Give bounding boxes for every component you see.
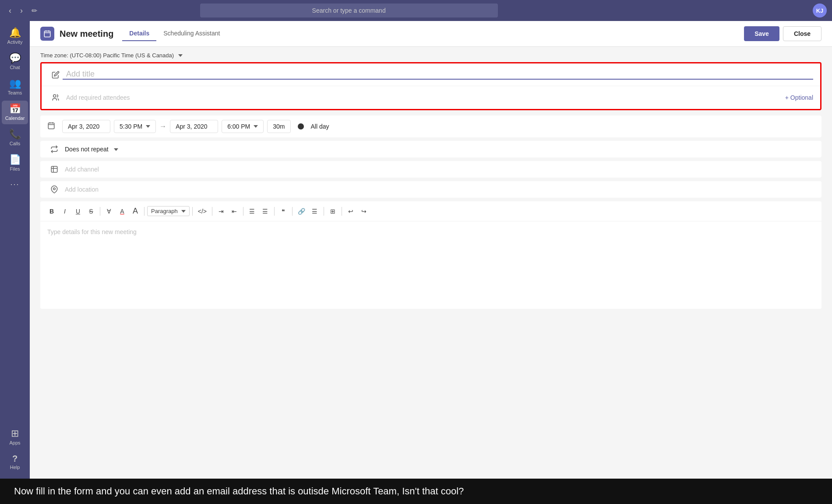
sidebar-item-chat[interactable]: 💬 Chat — [2, 50, 28, 74]
code-button[interactable]: </> — [195, 206, 209, 217]
repeat-row[interactable]: Does not repeat — [40, 141, 821, 158]
main-layout: 🔔 Activity 💬 Chat 👥 Teams 📅 Calendar 📞 C… — [0, 21, 832, 479]
link-button[interactable]: 🔗 — [295, 206, 308, 217]
editor-section: B I U S ∀ A A Paragraph </> ⇥ — [40, 201, 821, 309]
svg-rect-9 — [51, 166, 57, 172]
sidebar-item-calendar[interactable]: 📅 Calendar — [2, 101, 28, 124]
numbered-list-button[interactable]: ☰ — [259, 206, 271, 217]
tab-details[interactable]: Details — [122, 26, 156, 41]
sidebar-item-teams[interactable]: 👥 Teams — [2, 75, 28, 99]
sidebar-item-more[interactable]: ··· — [2, 177, 28, 192]
quote-button[interactable]: ❝ — [277, 206, 289, 217]
location-row[interactable]: Add location — [40, 181, 821, 198]
chat-icon: 💬 — [9, 53, 21, 63]
sidebar-item-help[interactable]: ? Help — [2, 451, 28, 473]
meeting-form: Time zone: (UTC-08:00) Pacific Time (US … — [30, 47, 832, 479]
location-icon — [47, 186, 61, 193]
indent-more-button[interactable]: ⇥ — [215, 206, 227, 217]
svg-point-12 — [53, 188, 56, 190]
size-button[interactable]: A — [129, 205, 141, 217]
toolbar-separator — [100, 207, 100, 216]
repeat-chevron-icon — [112, 145, 118, 153]
sidebar-item-activity[interactable]: 🔔 Activity — [2, 24, 28, 48]
attendees-input[interactable] — [63, 94, 785, 101]
sidebar-item-label: Chat — [10, 65, 20, 70]
title-row — [42, 63, 820, 86]
start-date-field[interactable]: Apr 3, 2020 — [62, 120, 110, 133]
calendar-small-icon — [47, 122, 55, 132]
toolbar-separator — [243, 207, 243, 216]
underline-button[interactable]: U — [72, 206, 84, 217]
compose-button[interactable]: ✏ — [28, 5, 41, 17]
sidebar-item-calls[interactable]: 📞 Calls — [2, 126, 28, 150]
pencil-icon — [49, 71, 63, 79]
align-button[interactable]: ☰ — [309, 206, 321, 217]
color-button[interactable]: A — [116, 206, 128, 217]
title-input[interactable] — [63, 70, 813, 80]
end-time-chevron-icon — [254, 125, 258, 128]
sidebar-item-label: Files — [10, 166, 20, 172]
repeat-icon — [47, 145, 61, 153]
duration-field[interactable]: 30m — [267, 120, 290, 133]
more-icon: ··· — [10, 180, 19, 188]
sidebar-item-label: Apps — [9, 440, 20, 445]
toolbar-separator — [324, 207, 324, 216]
end-time-field[interactable]: 6:00 PM — [222, 120, 264, 133]
meeting-header: New meeting Details Scheduling Assistant… — [30, 21, 832, 47]
editor-placeholder: Type details for this new meeting — [47, 228, 137, 235]
caption-text: Now fill in the form and you can even ad… — [14, 486, 464, 497]
table-button[interactable]: ⊞ — [327, 206, 339, 217]
channel-placeholder: Add channel — [65, 166, 99, 173]
attendees-icon — [49, 94, 63, 102]
required-fields-section: + Optional — [42, 63, 820, 109]
toolbar-separator — [274, 207, 275, 216]
sidebar-item-files[interactable]: 📄 Files — [2, 151, 28, 175]
attendees-row: + Optional — [42, 86, 820, 109]
calls-icon: 📞 — [9, 130, 21, 139]
forward-button[interactable]: › — [17, 4, 26, 17]
timezone-bar[interactable]: Time zone: (UTC-08:00) Pacific Time (US … — [40, 47, 821, 62]
start-time-chevron-icon — [146, 125, 150, 128]
sidebar-item-apps[interactable]: ⊞ Apps — [2, 425, 28, 449]
close-button[interactable]: Close — [783, 26, 821, 41]
editor-body[interactable]: Type details for this new meeting — [40, 221, 821, 309]
avatar[interactable]: KJ — [813, 4, 827, 18]
save-button[interactable]: Save — [744, 26, 779, 41]
svg-rect-0 — [44, 31, 50, 37]
tab-scheduling[interactable]: Scheduling Assistant — [156, 26, 227, 41]
optional-link[interactable]: + Optional — [785, 94, 813, 101]
sidebar-item-label: Calls — [10, 141, 20, 146]
sidebar-bottom: ⊞ Apps ? Help — [2, 425, 28, 479]
help-icon: ? — [12, 454, 18, 463]
meeting-icon — [40, 27, 54, 41]
indent-less-button[interactable]: ⇤ — [228, 206, 240, 217]
bold-button[interactable]: B — [46, 206, 58, 217]
toolbar-separator — [192, 207, 193, 216]
top-bar-right: KJ — [813, 4, 827, 18]
header-actions: Save Close — [744, 26, 821, 41]
italic-button[interactable]: I — [59, 206, 71, 217]
start-time-field[interactable]: 5:30 PM — [114, 120, 156, 133]
location-placeholder: Add location — [65, 186, 99, 193]
strikethrough-button[interactable]: S — [85, 206, 97, 217]
format1-button[interactable]: ∀ — [103, 206, 115, 217]
editor-toolbar: B I U S ∀ A A Paragraph </> ⇥ — [40, 201, 821, 221]
channel-row[interactable]: Add channel — [40, 161, 821, 178]
undo-button[interactable]: ↩ — [345, 206, 357, 217]
bullet-list-button[interactable]: ☰ — [246, 206, 258, 217]
red-outline-box: + Optional — [40, 62, 821, 110]
datetime-row: Apr 3, 2020 5:30 PM → Apr 3, 2020 6:00 P… — [40, 116, 821, 137]
paragraph-chevron-icon — [181, 210, 186, 213]
end-date-field[interactable]: Apr 3, 2020 — [170, 120, 218, 133]
arrow-separator: → — [159, 122, 166, 130]
back-button[interactable]: ‹ — [5, 4, 15, 17]
sidebar-item-label: Activity — [7, 39, 23, 45]
caption-bar: Now fill in the form and you can even ad… — [0, 479, 832, 504]
svg-rect-5 — [48, 123, 54, 129]
paragraph-dropdown[interactable]: Paragraph — [147, 206, 190, 216]
sidebar: 🔔 Activity 💬 Chat 👥 Teams 📅 Calendar 📞 C… — [0, 21, 30, 479]
redo-button[interactable]: ↪ — [358, 206, 370, 217]
toolbar-separator — [292, 207, 293, 216]
search-input[interactable] — [200, 4, 498, 18]
teams-icon: 👥 — [9, 79, 21, 88]
